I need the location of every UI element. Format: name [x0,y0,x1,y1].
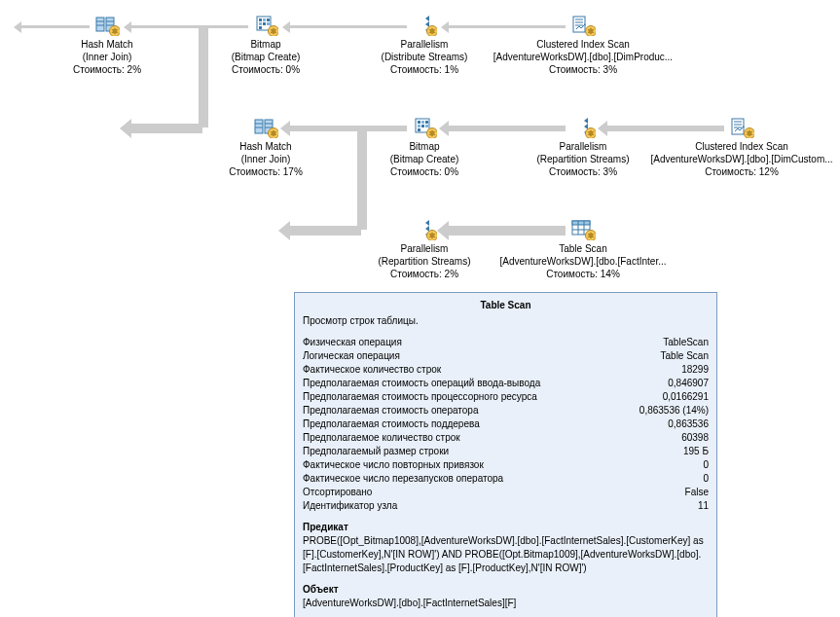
svg-rect-42 [418,128,420,131]
bmp-icon [412,117,437,138]
svg-rect-57 [572,221,590,225]
tooltip-row: Предполагаемая стоимость поддерева0,8635… [303,417,709,431]
svg-rect-47 [732,119,744,134]
svg-rect-41 [425,125,428,127]
svg-rect-37 [421,121,424,124]
tooltip-table-scan: Table Scan Просмотр строк таблицы. Физич… [294,292,717,617]
tooltip-row: Предполагаемая стоимость процессорного р… [303,390,709,404]
svg-rect-14 [267,22,270,25]
svg-rect-15 [259,26,262,29]
svg-rect-36 [418,121,420,124]
svg-rect-27 [255,120,263,133]
tooltip-row: ОтсортированоFalse [303,486,709,499]
svg-rect-9 [259,18,262,21]
plan-node-label: Table Scan[AdventureWorksDW].[dbo.[FactI… [486,242,680,280]
tooltip-section: Объект[AdventureWorksDW].[dbo].[FactInte… [303,583,709,610]
tooltip-row: Предполагаемый размер строки195 Б [303,445,709,458]
tooltip-row: Фактическое число перезапусков оператора… [303,472,709,486]
tooltip-section: ПредикатPROBE([Opt_Bitmap1008],[Adventur… [303,521,709,575]
bmp-icon [253,15,278,36]
tooltip-row: Идентификатор узла11 [303,499,709,513]
tooltip-row: Физическая операцияTableScan [303,336,709,349]
tooltip-desc: Просмотр строк таблицы. [303,314,709,328]
svg-rect-0 [96,18,104,31]
par-icon [412,219,437,240]
tooltip-row: Предполагаемое количество строк60398 [303,431,709,445]
svg-rect-40 [421,125,424,127]
par-icon [570,117,596,138]
cis-icon [729,117,754,138]
plan-node-cis2[interactable]: Clustered Index Scan[AdventureWorksDW].[… [644,117,839,178]
svg-rect-38 [425,121,428,124]
tooltip-title: Table Scan [303,299,709,312]
svg-rect-20 [573,17,585,32]
svg-rect-39 [418,125,420,127]
svg-rect-10 [263,18,266,21]
execution-plan-canvas: Hash Match(Inner Join)Стоимость: 2%Bitma… [10,10,830,607]
tooltip-row: Предполагаемая стоимость операций ввода-… [303,377,709,390]
svg-rect-12 [259,22,262,25]
par-icon [412,15,437,36]
cis-icon [570,15,596,36]
tooltip-row: Предполагаемая стоимость оператора0,8635… [303,404,709,417]
plan-node-cis1[interactable]: Clustered Index Scan[AdventureWorksDW].[… [486,15,680,76]
tooltip-row: Логическая операцияTable Scan [303,349,709,363]
plan-node-label: Clustered Index Scan[AdventureWorksDW].[… [644,140,839,178]
hash-icon [94,15,120,36]
plan-node-tscan[interactable]: Table Scan[AdventureWorksDW].[dbo.[FactI… [486,219,680,280]
plan-node-label: Clustered Index Scan[AdventureWorksDW].[… [486,38,680,76]
svg-rect-11 [267,18,270,21]
tooltip-row: Фактическое число повторных привязок0 [303,458,709,472]
table-icon [570,219,596,240]
hash-icon [253,117,278,138]
svg-rect-13 [263,22,266,25]
tooltip-row: Фактическое количество строк18299 [303,363,709,377]
